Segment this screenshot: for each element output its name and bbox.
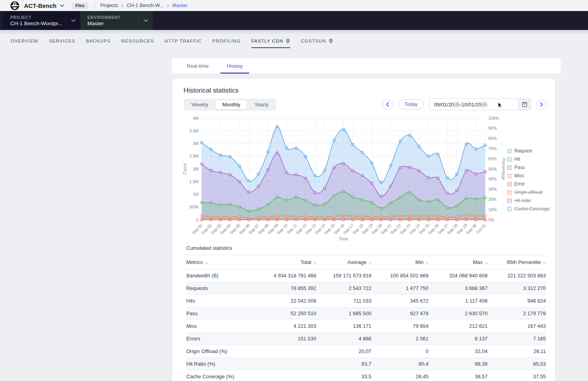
breadcrumb-projects[interactable]: Projects bbox=[100, 3, 118, 8]
column-header-average[interactable]: Average↑↓ bbox=[316, 255, 371, 269]
svg-text:0%: 0% bbox=[488, 217, 494, 222]
legend-item-error[interactable]: Error bbox=[507, 181, 550, 187]
svg-text:2M: 2M bbox=[193, 167, 198, 171]
previous-period-button[interactable] bbox=[382, 99, 393, 110]
nav-item-profiling[interactable]: PROFILING bbox=[212, 35, 241, 48]
nav-item-label: RESOURCES bbox=[121, 39, 154, 43]
metric-value: 212 621 bbox=[428, 320, 488, 333]
table-caption: Cumulated statistics bbox=[186, 245, 555, 251]
svg-text:10%: 10% bbox=[488, 207, 497, 212]
context-bar: PROJECT CH-1 Bench-Wordpr... ENVIRONMENT… bbox=[0, 11, 588, 30]
bar-shadow bbox=[0, 30, 588, 35]
chart-canvas[interactable]: 0500k1M1.5M2M2.5M3M3.5M4M0%10%20%30%40%5… bbox=[172, 113, 555, 243]
sort-icon[interactable]: ↑↓ bbox=[426, 260, 429, 265]
column-label: Max bbox=[473, 259, 483, 265]
period-option-monthly[interactable]: Monthly bbox=[215, 100, 247, 110]
environment-chevron-icon[interactable] bbox=[139, 19, 153, 22]
metric-value: 221 222 503 863 bbox=[488, 269, 546, 282]
legend-swatch bbox=[507, 149, 512, 153]
legend-label: Cache Coverage bbox=[514, 206, 550, 212]
tab-real-time[interactable]: Real-time bbox=[178, 58, 218, 74]
breadcrumb-project[interactable]: CH-1 Bench-W... bbox=[127, 3, 164, 8]
metric-value: 8 137 bbox=[428, 333, 488, 345]
breadcrumb: Projects CH-1 Bench-W... Master bbox=[100, 3, 187, 8]
legend-item-hit-ratio[interactable]: Hit ratio bbox=[507, 198, 550, 203]
nav-item-fastly-cdn[interactable]: FASTLY CDN bbox=[251, 35, 290, 48]
legend-swatch bbox=[507, 190, 512, 195]
svg-text:70%: 70% bbox=[488, 146, 497, 151]
sort-icon[interactable]: ↑↓ bbox=[205, 260, 208, 265]
metric-value: 2 179 778 bbox=[488, 307, 546, 320]
sort-icon[interactable]: ↑↓ bbox=[313, 260, 317, 265]
project-chevron-icon[interactable] bbox=[66, 19, 80, 22]
tab-history[interactable]: History bbox=[218, 58, 252, 74]
legend-item-request[interactable]: Request bbox=[507, 148, 550, 154]
legend-label: Origin offload bbox=[514, 190, 542, 195]
svg-text:80%: 80% bbox=[488, 136, 497, 141]
table-row: Pass52 250 5101 685 500927 4782 630 5702… bbox=[186, 307, 546, 320]
sort-icon[interactable]: ↑↓ bbox=[369, 260, 372, 265]
metric-value: 2 061 bbox=[371, 333, 428, 345]
svg-text:20%: 20% bbox=[488, 197, 497, 202]
table-row: Cache Coverage (%)33,526,4538,5737,55 bbox=[186, 370, 546, 381]
period-option-yearly[interactable]: Yearly bbox=[248, 100, 275, 110]
svg-text:0: 0 bbox=[196, 217, 198, 222]
metric-name: Cache Coverage (%) bbox=[186, 370, 253, 381]
nav-item-services[interactable]: SERVICES bbox=[49, 35, 76, 48]
project-selector[interactable]: PROJECT CH-1 Bench-Wordpr... bbox=[3, 11, 80, 30]
sort-icon[interactable]: ↑↓ bbox=[543, 260, 546, 265]
legend-label: Request bbox=[514, 148, 532, 154]
nav-item-label: BACKUPS bbox=[86, 39, 111, 43]
app-logo-icon[interactable] bbox=[10, 1, 19, 10]
metric-value: 345 672 bbox=[371, 295, 428, 307]
legend-item-cache-coverage[interactable]: Cache Coverage bbox=[507, 206, 550, 212]
nav-item-costsun[interactable]: COSTSUN bbox=[301, 35, 333, 48]
column-header-metrics[interactable]: Metrics↑↓ bbox=[186, 255, 253, 269]
legend-label: Miss bbox=[514, 173, 524, 178]
svg-text:Oct 01: Oct 01 bbox=[475, 223, 487, 234]
nav-item-resources[interactable]: RESOURCES bbox=[121, 35, 154, 48]
metric-value: 0 bbox=[371, 345, 428, 358]
nav-item-label: FASTLY CDN bbox=[251, 39, 283, 43]
next-period-button[interactable] bbox=[536, 99, 547, 110]
metric-value: 3 312 270 bbox=[488, 282, 546, 295]
legend-item-miss[interactable]: Miss bbox=[507, 173, 550, 178]
historical-statistics-card: Historical statistics WeeklyMonthlyYearl… bbox=[172, 79, 555, 381]
metric-value: 85,53 bbox=[488, 358, 546, 370]
sort-icon[interactable]: ↑↓ bbox=[485, 260, 488, 265]
nav-item-overview[interactable]: OVERVIEW bbox=[11, 35, 39, 48]
metric-value: 4 221 303 bbox=[253, 320, 316, 333]
date-range-input[interactable]: 09/01/2025 - 10/01/2025 bbox=[429, 99, 519, 110]
legend-item-hit[interactable]: Hit bbox=[507, 156, 550, 162]
environment-label: ENVIRONMENT bbox=[87, 15, 138, 20]
column-header-total[interactable]: Total↑↓ bbox=[253, 255, 316, 269]
metric-name: Hit Ratio (%) bbox=[186, 358, 253, 370]
metric-value: 26,11 bbox=[488, 345, 546, 358]
nav-item-http-traffic[interactable]: HTTP TRAFFIC bbox=[165, 35, 202, 48]
app-name[interactable]: ACT-Bench bbox=[24, 2, 57, 9]
today-button[interactable]: Today bbox=[398, 99, 424, 110]
column-header-min[interactable]: Min↑↓ bbox=[371, 255, 428, 269]
column-header-95th-percentile[interactable]: 95th Percentile↑↓ bbox=[488, 255, 546, 269]
date-end-obscured: 25 bbox=[481, 102, 487, 108]
environment-selector[interactable]: ENVIRONMENT Master bbox=[80, 11, 153, 30]
app-switcher-chevron-icon[interactable] bbox=[60, 4, 64, 7]
section-nav: OVERVIEWSERVICESBACKUPSRESOURCESHTTP TRA… bbox=[0, 35, 588, 48]
legend-item-pass[interactable]: Pass bbox=[507, 165, 550, 170]
nav-item-backups[interactable]: BACKUPS bbox=[86, 35, 111, 48]
breadcrumb-environment[interactable]: Master bbox=[173, 3, 187, 8]
view-tabs: Real-time History bbox=[172, 58, 561, 74]
legend-item-origin-offload[interactable]: Origin offload bbox=[507, 190, 550, 195]
svg-text:Time: Time bbox=[339, 236, 348, 241]
period-option-weekly[interactable]: Weekly bbox=[185, 100, 215, 110]
metric-value: 2 543 722 bbox=[316, 282, 371, 295]
period-segmented-control: WeeklyMonthlyYearly bbox=[184, 99, 276, 111]
svg-text:3.5M: 3.5M bbox=[189, 128, 198, 133]
column-header-max[interactable]: Max↑↓ bbox=[428, 255, 488, 269]
table-row: Hit Ratio (%)83,780,488,3885,53 bbox=[186, 358, 546, 370]
svg-text:60%: 60% bbox=[488, 156, 497, 161]
legend-swatch bbox=[507, 157, 512, 162]
calendar-button[interactable] bbox=[519, 99, 531, 110]
svg-text:2.5M: 2.5M bbox=[189, 154, 198, 158]
metric-value: 80,4 bbox=[371, 358, 428, 370]
